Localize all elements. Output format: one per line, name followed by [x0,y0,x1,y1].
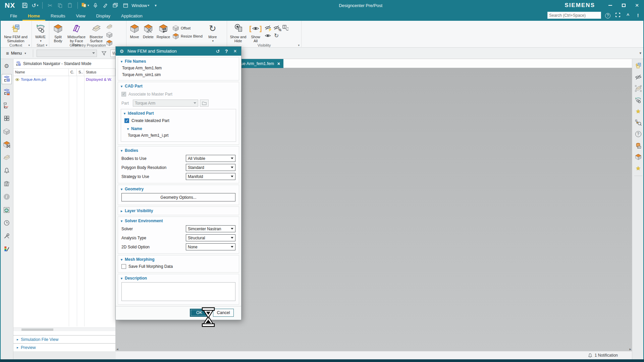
info-icon[interactable]: i [2,192,12,202]
scroll-left-icon[interactable]: ◂ [116,347,118,351]
find-in-navigator-icon[interactable] [634,119,643,127]
save-icon[interactable] [21,2,29,9]
history-clock-icon[interactable] [2,218,12,228]
paste-icon[interactable] [66,2,74,9]
command-search-input[interactable] [549,13,601,18]
toolbar-overflow-icon[interactable]: ▾ [639,51,641,55]
section-header-geometry[interactable]: ▾Geometry [118,185,239,192]
section-header-name[interactable]: ▾Name [121,125,236,132]
cancel-button[interactable]: Cancel [213,309,234,317]
maximize-button[interactable] [620,2,627,9]
tab-application[interactable]: Application [116,12,148,21]
dialog-reset-icon[interactable]: ↺ [215,49,221,54]
column-header-c[interactable]: C. [69,69,77,76]
assembly-navigator-icon[interactable] [2,139,12,149]
notification-label[interactable]: 1 Notification [595,353,618,358]
column-header-s[interactable]: S.. [77,69,84,76]
fullscreen-icon[interactable] [614,13,621,18]
color-legend-icon[interactable] [2,244,12,254]
translucency-icon[interactable] [634,153,643,161]
section-header-mesh-morphing[interactable]: ▾Mesh Morphing [118,255,239,263]
help-circle-icon[interactable]: ? [634,130,643,138]
window-layout-icon[interactable] [2,113,12,123]
web-browser-icon[interactable] [2,205,12,215]
dialog-help-icon[interactable]: ? [223,49,229,54]
description-textarea[interactable] [121,282,235,301]
wave-link-icon[interactable] [634,96,643,104]
fly-to-star-icon[interactable]: ★ [634,107,643,115]
post-processing-navigator-icon[interactable] [2,87,12,97]
minimize-ribbon-icon[interactable]: ^ [625,13,631,18]
show-icon[interactable] [264,32,271,39]
cascade-windows-icon[interactable] [111,2,119,9]
tab-results[interactable]: Results [45,12,70,21]
navigator-row-torque-arm[interactable]: Torque Arm.prt Displayed & W. [13,76,115,83]
selection-scope-combo[interactable] [37,50,97,57]
library-books-icon[interactable] [2,179,12,189]
sheet-tool-icon[interactable] [106,23,113,30]
dialog-close-icon[interactable]: × [232,48,238,54]
dialog-titlebar[interactable]: ⚙ New FEM and Simulation ↺ ? × [116,47,241,56]
strategy-to-use-combo[interactable]: Manifold [186,173,235,180]
preview-section[interactable]: ▸ Preview [13,343,115,351]
customize-quick-access-icon[interactable]: ▾ [151,2,159,9]
geometry-options-button[interactable]: Geometry Options... [121,193,235,201]
command-finder-icon[interactable]: ! [635,13,641,18]
help-icon[interactable]: ? [604,12,611,18]
group-label-geometry-preparation[interactable]: Geometry Preparation [49,43,126,47]
tab-display[interactable]: Display [91,12,116,21]
move-button[interactable]: Move [128,22,141,40]
column-header-name[interactable]: Name [13,69,69,76]
fly-to-star-icon-2[interactable]: ★ [634,164,643,172]
replace-button[interactable]: Replace [155,22,171,40]
section-header-bodies[interactable]: ▾Bodies [118,146,239,154]
refresh-icon[interactable]: ↻ [273,32,280,39]
microphone-icon[interactable] [91,2,99,9]
section-header-layer-visibility[interactable]: ▸Layer Visibility [118,207,239,215]
delete-button[interactable]: Delete [141,22,155,40]
split-body-button[interactable]: Split Body [51,22,65,44]
xy-function-navigator-icon[interactable] [2,100,12,110]
simulation-file-view-section[interactable]: ▸ Simulation File View [13,335,115,343]
tab-view[interactable]: View [70,12,91,21]
reuse-library-icon[interactable] [2,153,12,163]
minimize-button[interactable] [606,2,614,9]
hide-icon[interactable] [634,73,643,81]
stitch-tool-icon[interactable] [106,32,113,38]
window-icon[interactable] [121,2,129,9]
scrollbar-thumb[interactable] [21,328,53,331]
new-fem-sim-icon[interactable] [634,62,643,70]
group-label-context[interactable]: Context▾ [0,43,32,47]
offset-button[interactable]: Offset [172,25,203,32]
undo-icon[interactable]: ↺▾ [31,2,39,9]
quick-access-icon[interactable]: ▾ [81,2,89,9]
cut-icon[interactable]: ✂ [46,2,54,9]
bounded-plane-icon[interactable] [634,84,643,93]
hide-by-type-icon[interactable]: % [273,24,280,31]
section-header-file-names[interactable]: ▾File Names [118,57,239,65]
solver-combo[interactable]: Simcenter Nastran [186,225,235,232]
bodies-to-use-combo[interactable]: All Visible [186,155,235,162]
parts-in-session-icon[interactable] [2,126,12,136]
section-header-description[interactable]: ▾Description [118,274,239,282]
column-header-status[interactable]: Status [84,69,115,76]
show-and-hide-button[interactable]: Show and Hide [228,22,248,44]
layout-refresh-icon[interactable] [281,24,289,31]
tools-icon[interactable] [2,231,12,241]
polygon-body-resolution-combo[interactable]: Standard [186,164,235,171]
command-search-box[interactable] [547,12,601,19]
tab-close-icon[interactable]: × [277,61,280,66]
touch-mode-icon[interactable] [101,2,109,9]
tab-file[interactable]: File [5,12,22,21]
invisible-parents-icon[interactable]: ⚡ [264,24,271,31]
section-header-idealized-part[interactable]: ▾Idealized Part [121,109,236,117]
navigator-hscrollbar[interactable] [13,327,115,331]
save-morphing-data-checkbox[interactable] [121,264,126,269]
more-button[interactable]: ↻ More▾ [205,22,220,44]
selection-filter-icon[interactable] [100,50,108,57]
scroll-right-icon[interactable]: ▸ [629,347,631,351]
bisector-surface-button[interactable]: Bisector Surface [88,22,105,44]
tab-home[interactable]: Home [22,12,45,21]
copy-icon[interactable] [56,2,64,9]
section-header-cad-part[interactable]: ▾CAD Part [118,82,239,89]
